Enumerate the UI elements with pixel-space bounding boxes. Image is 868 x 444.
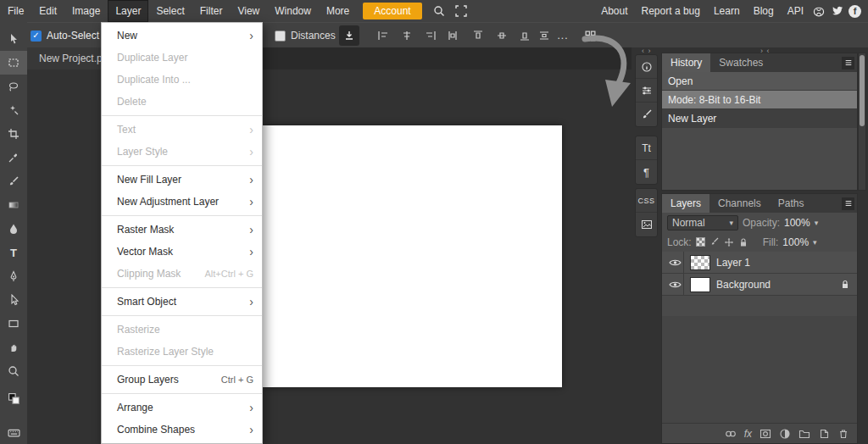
eyedropper-tool[interactable]: [0, 146, 27, 169]
opacity-value[interactable]: 100%: [784, 217, 810, 229]
layer-thumbnail[interactable]: [690, 255, 710, 270]
menu-item-vector-mask[interactable]: Vector Mask›: [102, 241, 262, 263]
export-button[interactable]: [339, 23, 359, 48]
account-button[interactable]: Account: [363, 3, 421, 19]
move-tool[interactable]: [0, 27, 27, 51]
fill-value[interactable]: 100%: [782, 236, 809, 248]
history-step-open[interactable]: Open: [662, 72, 857, 91]
menu-select[interactable]: Select: [148, 0, 192, 22]
menu-item-new-fill-layer[interactable]: New Fill Layer›: [102, 169, 262, 191]
distances-checkbox[interactable]: Distances: [275, 23, 336, 48]
lock-transparency-icon[interactable]: [696, 237, 705, 247]
layer-row-background[interactable]: Background: [662, 274, 857, 296]
align-right-button[interactable]: [420, 26, 441, 45]
info-panel-button[interactable]: [636, 55, 657, 79]
type-tool[interactable]: T: [0, 241, 27, 264]
adjustment-layer-icon[interactable]: [779, 428, 791, 440]
menu-filter[interactable]: Filter: [192, 0, 231, 22]
crop-tool[interactable]: [0, 122, 27, 146]
visibility-toggle[interactable]: [667, 252, 684, 273]
align-middle-button[interactable]: [492, 26, 512, 45]
menu-item-raster-mask[interactable]: Raster Mask›: [102, 219, 262, 241]
link-api[interactable]: API: [781, 5, 810, 17]
css-panel-button[interactable]: CSS: [636, 189, 657, 213]
search-button[interactable]: [428, 0, 450, 22]
menu-item-group-layers[interactable]: Group LayersCtrl + G: [102, 369, 262, 391]
blend-mode-select[interactable]: Normal ▾: [667, 215, 738, 230]
auto-select-checkbox[interactable]: ✓ Auto-Select: [31, 23, 99, 48]
tile-view-button[interactable]: [580, 26, 600, 45]
character-panel-button[interactable]: Tt: [636, 136, 657, 160]
more-options-button[interactable]: ...: [553, 26, 573, 45]
properties-panel-button[interactable]: [636, 79, 657, 103]
fill-dropdown-icon[interactable]: ▾: [813, 238, 817, 247]
history-step-mode-change[interactable]: Mode: 8-Bit to 16-Bit: [662, 91, 857, 109]
tab-history[interactable]: History: [662, 53, 710, 72]
menu-file[interactable]: File: [0, 0, 31, 22]
tab-paths[interactable]: Paths: [770, 194, 813, 213]
magic-wand-tool[interactable]: [0, 98, 27, 122]
brush-panel-button[interactable]: [636, 103, 657, 126]
lock-all-icon[interactable]: [738, 237, 748, 247]
new-layer-icon[interactable]: [818, 428, 830, 440]
distribute-button[interactable]: [442, 26, 463, 45]
align-bottom-button[interactable]: [515, 26, 535, 45]
blur-tool[interactable]: [0, 217, 27, 241]
history-step-new-layer[interactable]: New Layer: [662, 109, 857, 128]
image-panel-button[interactable]: [636, 213, 657, 236]
menu-item-new[interactable]: New›: [102, 25, 262, 47]
direct-select-tool[interactable]: [0, 288, 27, 312]
add-mask-icon[interactable]: [760, 428, 771, 440]
layer-thumbnail[interactable]: [690, 277, 710, 292]
document-canvas[interactable]: [263, 125, 562, 387]
fullscreen-button[interactable]: [450, 0, 472, 22]
tab-swatches[interactable]: Swatches: [710, 53, 771, 72]
lock-position-icon[interactable]: [724, 237, 734, 247]
zoom-tool[interactable]: [0, 359, 27, 383]
history-scrollbar[interactable]: [858, 53, 866, 191]
delete-layer-icon[interactable]: [837, 428, 849, 440]
brush-tool[interactable]: [0, 169, 27, 193]
color-swatches[interactable]: [0, 386, 27, 410]
layer-name[interactable]: Layer 1: [716, 257, 750, 269]
menu-edit[interactable]: Edit: [31, 0, 64, 22]
menu-item-combine-shapes[interactable]: Combine Shapes›: [102, 419, 262, 441]
menu-layer[interactable]: Layer: [108, 0, 148, 22]
link-blog[interactable]: Blog: [747, 5, 781, 17]
layer-name[interactable]: Background: [716, 279, 771, 291]
link-about[interactable]: About: [594, 5, 634, 17]
layer-row-layer-1[interactable]: Layer 1: [662, 252, 857, 274]
community-pretzel-icon[interactable]: [812, 5, 826, 18]
menu-more[interactable]: More: [319, 0, 357, 22]
link-layers-icon[interactable]: [725, 428, 737, 440]
gradient-tool[interactable]: [0, 193, 27, 217]
align-top-button[interactable]: [468, 26, 488, 45]
rectangle-select-tool[interactable]: [0, 51, 27, 75]
hand-tool[interactable]: [0, 336, 27, 359]
layers-panel-menu-button[interactable]: [842, 197, 854, 210]
menu-item-new-adjustment-layer[interactable]: New Adjustment Layer›: [102, 191, 262, 213]
link-report-a-bug[interactable]: Report a bug: [635, 5, 707, 17]
visibility-toggle[interactable]: [667, 274, 684, 295]
align-left-button[interactable]: [373, 26, 393, 45]
paragraph-panel-button[interactable]: ¶: [636, 160, 657, 184]
lock-pixels-icon[interactable]: [709, 237, 720, 247]
tab-channels[interactable]: Channels: [709, 194, 770, 213]
rectangle-shape-tool[interactable]: [0, 312, 27, 336]
menu-item-arrange[interactable]: Arrange›: [102, 397, 262, 419]
tab-layers[interactable]: Layers: [662, 194, 709, 213]
distribute-vertical-button[interactable]: [534, 26, 554, 45]
menu-item-smart-object[interactable]: Smart Object›: [102, 291, 262, 313]
opacity-dropdown-icon[interactable]: ▾: [815, 219, 819, 227]
menu-image[interactable]: Image: [64, 0, 108, 22]
link-learn[interactable]: Learn: [707, 5, 747, 17]
layer-effects-icon[interactable]: fx: [744, 428, 752, 440]
twitter-icon[interactable]: [831, 6, 843, 17]
align-center-button[interactable]: [397, 26, 417, 45]
keyboard-shortcuts-button[interactable]: [0, 420, 27, 444]
pen-tool[interactable]: [0, 264, 27, 288]
scrollbar-thumb[interactable]: [860, 55, 865, 126]
facebook-icon[interactable]: f: [849, 5, 861, 18]
history-panel-menu-button[interactable]: [842, 57, 854, 69]
lasso-tool[interactable]: [0, 75, 27, 98]
